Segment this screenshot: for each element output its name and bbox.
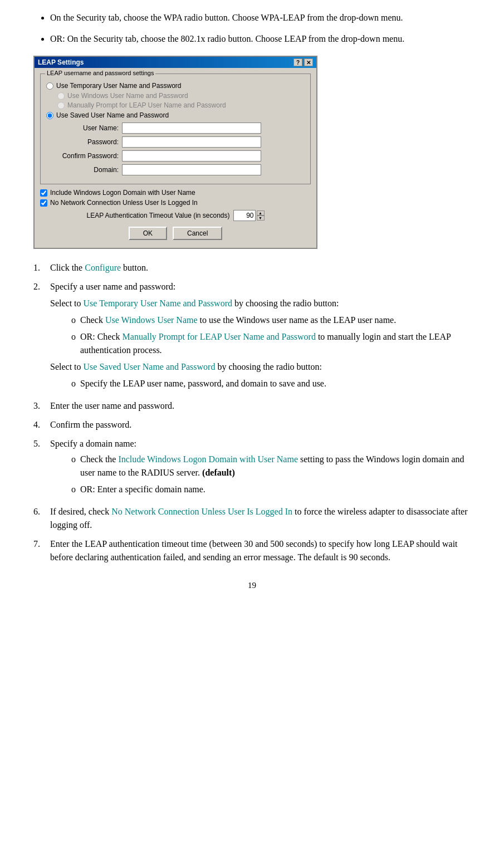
step-2-num: 2. [33,280,50,394]
sub-radio-2-row: Manually Prompt for LEAP User Name and P… [57,101,305,109]
timeout-row: LEAP Authentication Timeout Value (in se… [40,210,311,221]
timeout-spinner[interactable]: ▲ ▼ [257,210,265,221]
step-1-num: 1. [33,261,50,275]
checkbox-no-network-label: No Network Connection Unless User Is Log… [50,199,198,207]
step-1-content: Click the Configure button. [50,261,471,275]
spinner-down[interactable]: ▼ [257,216,265,221]
bullet-item-2: OR: On the Security tab, choose the 802.… [50,32,471,46]
step-3-content: Enter the user name and password. [50,399,471,413]
step-4-num: 4. [33,418,50,432]
password-input[interactable] [122,136,261,148]
dialog-titlebar-buttons: ? ✕ [293,58,313,66]
step-2-main: Specify a user name and password: [50,282,175,291]
cancel-button[interactable]: Cancel [173,227,222,240]
checkbox-include-domain[interactable] [40,189,47,197]
step-2-sub2-text: OR: Check Manually Prompt for LEAP User … [80,330,471,357]
radio-saved-row: Use Saved User Name and Password [46,111,305,119]
step-2-sub3-text: Specify the LEAP user name, password, an… [80,377,326,390]
username-label: User Name: [52,124,119,132]
step-3-num: 3. [33,399,50,413]
ok-button[interactable]: OK [129,227,167,240]
step-2-sub3: o Specify the LEAP user name, password, … [67,377,471,390]
sub-radios-group: Use Windows User Name and Password Manua… [57,92,305,109]
highlight-use-windows: Use Windows User Name [105,315,198,325]
dialog-wrapper: LEAP Settings ? ✕ LEAP username and pass… [33,56,471,249]
sub-radio-1-row: Use Windows User Name and Password [57,92,305,100]
form-fields: User Name: Password: Confirm Password: [52,123,305,175]
highlight-use-saved: Use Saved User Name and Password [84,362,216,371]
checkbox-include-domain-label: Include Windows Logon Domain with User N… [50,189,195,197]
radio-temp-row: Use Temporary User Name and Password [46,82,305,90]
password-label: Password: [52,138,119,146]
dialog-buttons: OK Cancel [40,227,311,240]
highlight-manually-prompt: Manually Prompt for LEAP User Name and P… [123,332,316,341]
step-2-sub2: o OR: Check Manually Prompt for LEAP Use… [67,330,471,357]
highlight-no-network: No Network Connection Unless User Is Log… [111,507,292,516]
password-row: Password: [52,136,305,148]
radio-saved[interactable] [46,112,53,119]
step-5-sub1-text: Check the Include Windows Logon Domain w… [80,453,471,479]
checkbox-no-network[interactable] [40,199,47,207]
step-6-num: 6. [33,505,50,532]
confirm-password-input[interactable] [122,150,261,161]
step-5: 5. Specify a domain name: o Check the In… [33,437,471,500]
step-2-select-temp: Select to Use Temporary User Name and Pa… [50,297,471,310]
step-2-sub1-text: Check Use Windows User Name to use the W… [80,314,396,327]
intro-bullet-list: On the Security tab, choose the WPA radi… [50,11,471,46]
step-1: 1. Click the Configure button. [33,261,471,275]
domain-input[interactable] [122,164,261,175]
dialog-content: LEAP username and password settings Use … [35,68,316,248]
step-2-sub1: o Check Use Windows User Name to use the… [67,314,471,327]
sub-o-3: o [67,377,80,390]
step-7-content: Enter the LEAP authentication timeout ti… [50,537,471,564]
step-5-sub2-text: OR: Enter a specific domain name. [80,483,205,496]
dialog-help-button[interactable]: ? [293,58,302,66]
radio-temp[interactable] [46,82,53,90]
step-6: 6. If desired, check No Network Connecti… [33,505,471,532]
sub-radio-windows [57,92,65,100]
steps-list: 1. Click the Configure button. 2. Specif… [33,261,471,564]
timeout-input[interactable] [233,210,256,221]
timeout-label: LEAP Authentication Timeout Value (in se… [86,212,229,219]
group-box-legend: LEAP username and password settings [45,70,155,76]
dialog-title: LEAP Settings [38,58,84,66]
leap-settings-dialog: LEAP Settings ? ✕ LEAP username and pass… [33,56,317,249]
highlight-use-temp: Use Temporary User Name and Password [84,298,232,308]
step-5-main: Specify a domain name: [50,439,136,448]
step-7-num: 7. [33,537,50,564]
step-6-content: If desired, check No Network Connection … [50,505,471,532]
username-input[interactable] [122,123,261,134]
step-7: 7. Enter the LEAP authentication timeout… [33,537,471,564]
step-5-content: Specify a domain name: o Check the Inclu… [50,437,471,500]
dialog-close-button[interactable]: ✕ [304,58,313,66]
bullet-item-1: On the Security tab, choose the WPA radi… [50,11,471,25]
step-5-sub1: o Check the Include Windows Logon Domain… [67,453,471,479]
sub-o-5a: o [67,453,80,479]
radio-saved-label: Use Saved User Name and Password [56,111,169,119]
sub-o-2: o [67,330,80,357]
confirm-password-label: Confirm Password: [52,152,119,160]
confirm-password-row: Confirm Password: [52,150,305,161]
step-2-content: Specify a user name and password: Select… [50,280,471,394]
dialog-titlebar: LEAP Settings ? ✕ [35,57,316,68]
sub-radio-windows-label: Use Windows User Name and Password [67,92,188,100]
step-5-sub2: o OR: Enter a specific domain name. [67,483,471,496]
step-5-num: 5. [33,437,50,500]
step-2-select-saved: Select to Use Saved User Name and Passwo… [50,360,471,374]
domain-row: Domain: [52,164,305,175]
spinner-up[interactable]: ▲ [257,210,265,216]
sub-radio-manually-label: Manually Prompt for LEAP User Name and P… [67,101,226,109]
page-number: 19 [33,581,471,590]
step-2-sub-list-saved: o Specify the LEAP user name, password, … [67,377,471,390]
username-row: User Name: [52,123,305,134]
sub-o-5b: o [67,483,80,496]
step-4-content: Confirm the password. [50,418,471,432]
step-5-sub-list: o Check the Include Windows Logon Domain… [67,453,471,496]
checkbox-include-domain-row: Include Windows Logon Domain with User N… [40,189,311,197]
sub-o-1: o [67,314,80,327]
checkbox-no-network-row: No Network Connection Unless User Is Log… [40,199,311,207]
step-2: 2. Specify a user name and password: Sel… [33,280,471,394]
group-box-inner: Use Temporary User Name and Password Use… [46,82,305,175]
domain-label: Domain: [52,166,119,174]
leap-group-box: LEAP username and password settings Use … [40,74,311,184]
